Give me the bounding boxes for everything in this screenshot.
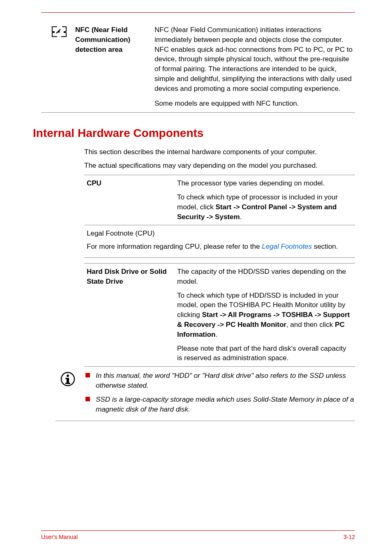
cpu-footnote-post: section. <box>312 243 338 250</box>
hdd-desc2-post: . <box>216 331 218 338</box>
hdd-desc-1: The capacity of the HDD/SSD varies depen… <box>177 267 353 287</box>
info-icon <box>58 371 78 414</box>
intro-paragraph-1: This section describes the internal hard… <box>84 147 355 157</box>
svg-point-4 <box>67 375 69 377</box>
svg-point-2 <box>58 31 60 33</box>
hdd-desc2-mid: , and then click <box>286 321 335 329</box>
cpu-desc-1: The processor type varies depending on m… <box>177 178 353 188</box>
cpu-table: CPU The processor type varies depending … <box>84 175 355 225</box>
cpu-content: The processor type varies depending on m… <box>177 178 353 222</box>
nfc-definition-row: NFC (Near Field Communication) detection… <box>41 25 355 113</box>
hdd-row: Hard Disk Drive or Solid State Drive The… <box>84 264 355 367</box>
page-footer: User's Manual 3-12 <box>41 530 355 541</box>
svg-rect-7 <box>65 383 70 384</box>
footer-right: 3-12 <box>344 533 355 541</box>
cpu-label: CPU <box>87 178 169 222</box>
note-item-1: In this manual, the word "HDD" or "Hard … <box>85 371 355 391</box>
note-text-2: SSD is a large-capacity storage media wh… <box>96 395 355 414</box>
note-item-2: SSD is a large-capacity storage media wh… <box>85 395 355 414</box>
footer-left: User's Manual <box>41 533 78 541</box>
cpu-footnote-pre: For more information regarding CPU, plea… <box>87 243 262 250</box>
hdd-desc-2: To check which type of HDD/SSD is includ… <box>177 291 353 340</box>
svg-rect-6 <box>65 378 68 379</box>
intro-paragraph-2: The actual specifications may vary depen… <box>84 161 355 171</box>
cpu-row: CPU The processor type varies depending … <box>84 175 355 225</box>
cpu-footnote-title: Legal Footnote (CPU) <box>87 229 353 238</box>
cpu-desc-2: To check which type of processor is incl… <box>177 192 353 222</box>
nfc-description: NFC (Near Field Communication) initiates… <box>154 25 355 108</box>
cpu-footnote-block: Legal Footnote (CPU) For more informatio… <box>84 225 355 258</box>
nfc-icon <box>51 25 68 40</box>
hdd-desc-3: Please note that part of the hard disk's… <box>177 344 353 363</box>
hdd-content: The capacity of the HDD/SSD varies depen… <box>177 267 353 363</box>
nfc-term: NFC (Near Field Communication) detection… <box>75 25 147 54</box>
note-list: In this manual, the word "HDD" or "Hard … <box>85 371 355 414</box>
nfc-desc-paragraph-1: NFC (Near Field Communication) initiates… <box>154 25 355 94</box>
cpu-desc2-post: . <box>240 213 242 221</box>
header-rule <box>41 12 355 13</box>
section-heading: Internal Hardware Components <box>33 125 355 141</box>
spacer-row <box>84 258 355 264</box>
intro-block: This section describes the internal hard… <box>84 147 355 171</box>
note-section: In this manual, the word "HDD" or "Hard … <box>55 371 355 421</box>
hdd-label: Hard Disk Drive or Solid State Drive <box>87 267 169 363</box>
legal-footnotes-link[interactable]: Legal Footnotes <box>262 243 312 250</box>
note-text-1: In this manual, the word "HDD" or "Hard … <box>96 371 355 391</box>
cpu-footnote-text: For more information regarding CPU, plea… <box>87 242 353 252</box>
bullet-icon <box>85 373 90 377</box>
nfc-desc-paragraph-2: Some models are equipped with NFC functi… <box>154 99 355 109</box>
bullet-icon <box>85 397 90 401</box>
